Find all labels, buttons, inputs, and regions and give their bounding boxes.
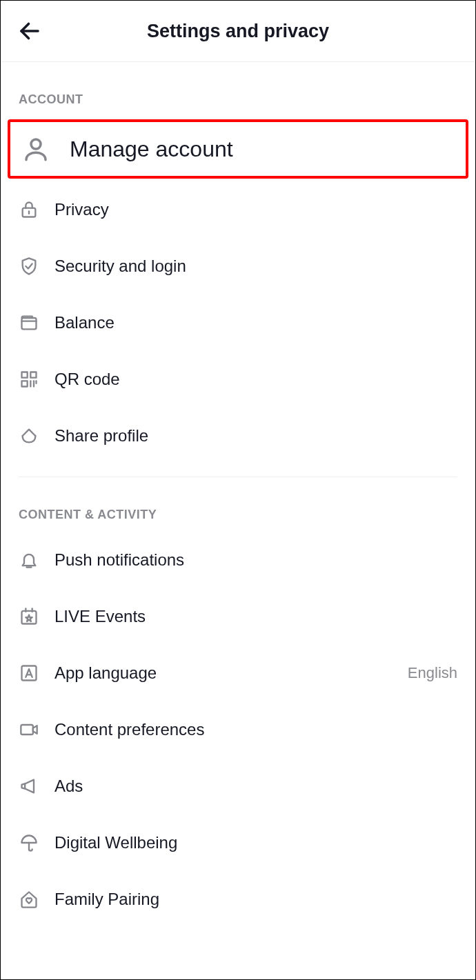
item-value: English (408, 664, 457, 682)
svg-rect-4 (22, 318, 37, 329)
svg-marker-19 (33, 726, 37, 734)
item-ads[interactable]: Ads (1, 758, 475, 814)
item-family-pairing[interactable]: Family Pairing (1, 871, 475, 928)
share-icon (19, 426, 39, 446)
calendar-star-icon (19, 606, 39, 627)
svg-rect-18 (21, 725, 33, 734)
item-label: Digital Wellbeing (54, 833, 457, 852)
item-balance[interactable]: Balance (1, 294, 475, 351)
svg-rect-7 (22, 381, 28, 386)
qr-code-icon (19, 369, 39, 390)
item-label: App language (54, 663, 408, 683)
item-push-notifications[interactable]: Push notifications (1, 532, 475, 588)
page-title: Settings and privacy (1, 21, 475, 42)
megaphone-icon (19, 776, 39, 797)
item-label: Share profile (54, 426, 457, 446)
item-live-events[interactable]: LIVE Events (1, 588, 475, 645)
item-label: QR code (54, 370, 457, 389)
item-label: Family Pairing (54, 890, 457, 909)
item-qr-code[interactable]: QR code (1, 351, 475, 408)
svg-point-1 (31, 139, 41, 149)
home-heart-icon (19, 889, 39, 910)
item-label: Balance (54, 313, 457, 332)
item-manage-account[interactable]: Manage account (8, 119, 468, 179)
svg-marker-15 (26, 615, 32, 621)
section-header-account: ACCOUNT (1, 62, 475, 117)
wallet-icon (19, 312, 39, 333)
item-label: Ads (54, 777, 457, 796)
item-digital-wellbeing[interactable]: Digital Wellbeing (1, 814, 475, 871)
item-privacy[interactable]: Privacy (1, 181, 475, 238)
language-icon (19, 663, 39, 683)
person-icon (21, 134, 50, 163)
item-security[interactable]: Security and login (1, 238, 475, 294)
item-content-preferences[interactable]: Content preferences (1, 701, 475, 758)
video-icon (19, 719, 39, 740)
section-header-content: CONTENT & ACTIVITY (1, 477, 475, 532)
bell-icon (19, 550, 39, 570)
svg-rect-6 (30, 372, 36, 378)
lock-icon (19, 199, 39, 220)
back-button[interactable] (17, 19, 42, 43)
umbrella-icon (19, 832, 39, 853)
item-app-language[interactable]: App language English (1, 645, 475, 701)
svg-rect-16 (22, 666, 37, 681)
item-label: LIVE Events (54, 607, 457, 626)
svg-rect-5 (22, 372, 28, 378)
shield-icon (19, 256, 39, 277)
header: Settings and privacy (1, 1, 475, 62)
item-label: Manage account (70, 137, 457, 162)
item-share-profile[interactable]: Share profile (1, 408, 475, 464)
item-label: Security and login (54, 257, 457, 276)
item-label: Push notifications (54, 550, 457, 570)
item-label: Content preferences (54, 720, 457, 739)
arrow-left-icon (17, 19, 42, 43)
item-label: Privacy (54, 200, 457, 219)
